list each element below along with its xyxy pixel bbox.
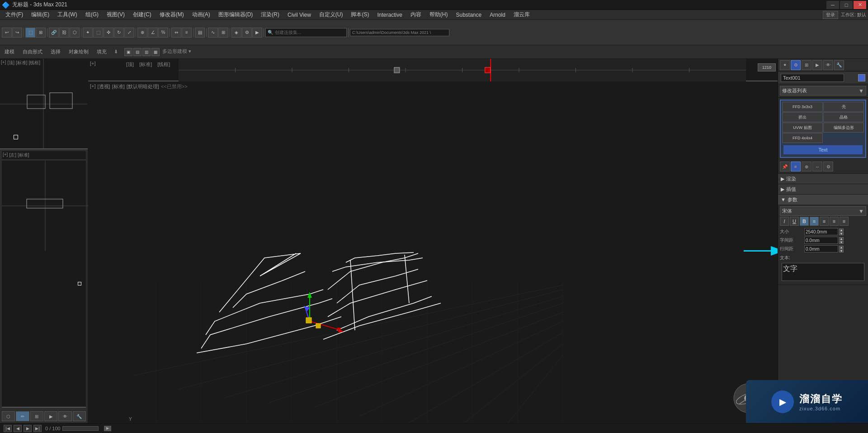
- subtab-freeform[interactable]: 自由形式: [20, 48, 45, 56]
- menu-graph-editor[interactable]: 图形编辑器(D): [215, 10, 257, 19]
- modifier-dropdown[interactable]: 修改器列表 ▼: [780, 86, 866, 95]
- menu-substance[interactable]: Substance: [453, 11, 486, 19]
- text-input-area[interactable]: 文字: [782, 263, 864, 281]
- search-bar[interactable]: 🔍 创建连接集...: [265, 28, 347, 37]
- rotate-button[interactable]: ↻: [114, 28, 124, 38]
- poly-tool-1[interactable]: ▣: [124, 48, 132, 56]
- main-vp-std[interactable]: [标准]: [112, 83, 125, 90]
- menu-liuyun[interactable]: 溜云库: [510, 10, 533, 19]
- unlink-button[interactable]: ⛓: [59, 28, 69, 38]
- subtab-paintobj[interactable]: 对象绘制: [66, 48, 91, 56]
- poly-tool-3[interactable]: ▥: [142, 48, 151, 56]
- tl-tab-top[interactable]: [顶]: [124, 61, 136, 68]
- size-input[interactable]: [804, 228, 838, 235]
- progress-expand-btn[interactable]: ▶: [104, 426, 111, 431]
- subtab-fill[interactable]: 填充: [94, 48, 109, 56]
- mirror-button[interactable]: ⇔: [171, 28, 181, 38]
- bold-btn[interactable]: B: [800, 217, 809, 226]
- display-tab[interactable]: 👁: [58, 411, 71, 421]
- menu-script[interactable]: 脚本(S): [347, 10, 373, 19]
- params-section-header[interactable]: ▼ 参数: [778, 195, 868, 205]
- mod-instance-icon[interactable]: ⊕: [802, 162, 811, 171]
- line-down-arrow[interactable]: ▼: [839, 249, 844, 252]
- modify-tab[interactable]: ✏: [16, 411, 29, 421]
- top-vp-view[interactable]: [顶]: [7, 60, 14, 66]
- char-down-arrow[interactable]: ▼: [839, 241, 844, 244]
- layer-manager[interactable]: ▤: [195, 28, 205, 38]
- transform-gizmo[interactable]: [304, 292, 344, 333]
- close-button[interactable]: ✕: [854, 1, 866, 9]
- mod-motion-icon[interactable]: ▶: [812, 60, 822, 70]
- align-center-btn[interactable]: ≡: [820, 217, 829, 226]
- select-object-button[interactable]: ✦: [83, 28, 93, 38]
- mod-configure-icon[interactable]: ⚙: [823, 162, 833, 171]
- snap-angle[interactable]: ∠: [148, 28, 158, 38]
- menu-interactive[interactable]: Interactive: [373, 11, 406, 19]
- align-right-btn[interactable]: ≡: [830, 217, 839, 226]
- mod-range-icon[interactable]: ↔: [812, 162, 822, 171]
- play-next-btn[interactable]: ▶|: [33, 425, 42, 432]
- material-editor[interactable]: ◈: [231, 28, 241, 38]
- mod-list-icon[interactable]: ≡: [791, 162, 801, 171]
- top-vp-wire[interactable]: [线框]: [29, 60, 41, 66]
- mod-util-icon[interactable]: 🔧: [834, 60, 844, 70]
- render-button[interactable]: ▶: [252, 28, 262, 38]
- mod-ffd3x3[interactable]: FFD 3x3x3: [782, 102, 823, 112]
- play-start-btn[interactable]: |◀: [4, 425, 12, 432]
- move-button[interactable]: ✜: [104, 28, 113, 38]
- motion-tab[interactable]: ▶: [44, 411, 57, 421]
- menu-tools[interactable]: 工具(W): [54, 10, 80, 19]
- main-vp-persp[interactable]: [透视]: [98, 83, 110, 90]
- menu-group[interactable]: 组(G): [82, 10, 102, 19]
- size-up-arrow[interactable]: ▲: [839, 228, 844, 232]
- menu-content[interactable]: 内容: [407, 10, 425, 19]
- subtab-settings[interactable]: ⬇: [114, 49, 118, 55]
- snap-percent[interactable]: %: [158, 28, 168, 38]
- mod-shell[interactable]: 壳: [823, 102, 864, 112]
- bind-button[interactable]: ⬡: [70, 28, 80, 38]
- italic-btn[interactable]: I: [780, 217, 789, 226]
- create-tab[interactable]: ⬡: [2, 411, 15, 421]
- mod-display-icon[interactable]: 👁: [823, 60, 833, 70]
- menu-arnold[interactable]: Arnold: [486, 11, 509, 19]
- menu-file[interactable]: 文件(F): [2, 10, 27, 19]
- select-button[interactable]: ⬚: [25, 28, 35, 38]
- menu-modifier[interactable]: 修改器(M): [156, 10, 188, 19]
- main-3d-viewport[interactable]: [+] [透视] [标准] [默认明暗处理] <<已禁用>>: [88, 81, 778, 423]
- size-down-arrow[interactable]: ▼: [839, 232, 844, 235]
- timeline-bar[interactable]: [179, 59, 746, 81]
- maximize-button[interactable]: □: [840, 1, 853, 9]
- char-spacing-input[interactable]: [804, 237, 838, 244]
- menu-render[interactable]: 渲染(R): [257, 10, 283, 19]
- select-region-button[interactable]: ⬚: [93, 28, 103, 38]
- poly-tool-4[interactable]: ▦: [151, 48, 160, 56]
- mod-text-item[interactable]: Text: [783, 145, 863, 154]
- mod-modify-icon[interactable]: ⚙: [791, 60, 801, 70]
- font-dropdown[interactable]: 宋体 ▼: [780, 206, 866, 216]
- align-left-btn[interactable]: ≡: [810, 217, 819, 226]
- render-setup[interactable]: ⚙: [242, 28, 252, 38]
- mod-editmesh[interactable]: 编辑多边形: [823, 123, 864, 133]
- utilities-tab[interactable]: 🔧: [73, 411, 86, 421]
- left-vp-plus[interactable]: [+]: [3, 152, 8, 158]
- menu-animation[interactable]: 动画(A): [189, 10, 214, 19]
- line-spacing-input[interactable]: [804, 245, 838, 252]
- align-justify-btn[interactable]: ≡: [840, 217, 849, 226]
- all-button[interactable]: ⊞: [36, 28, 46, 38]
- line-up-arrow[interactable]: ▲: [839, 246, 844, 249]
- mod-uvw[interactable]: UVW 贴图: [782, 123, 823, 133]
- link-button[interactable]: 🔗: [49, 28, 59, 38]
- left-vp-left[interactable]: [左]: [9, 152, 16, 158]
- menu-civil-view[interactable]: Civil View: [284, 11, 315, 19]
- scale-button[interactable]: ⤢: [124, 28, 134, 38]
- undo-button[interactable]: ↩: [2, 28, 12, 38]
- tl-tab-wire[interactable]: [线框]: [156, 61, 172, 68]
- object-name-field[interactable]: [781, 74, 844, 82]
- main-vp-disabled[interactable]: <<已禁用>>: [161, 83, 188, 90]
- underline-btn[interactable]: U: [790, 217, 799, 226]
- main-vp-shading[interactable]: [默认明暗处理]: [127, 83, 159, 90]
- top-vp-std[interactable]: [标准]: [16, 60, 28, 66]
- minimize-button[interactable]: ─: [826, 1, 839, 9]
- schematic-view[interactable]: ⊞: [218, 28, 228, 38]
- main-vp-plus[interactable]: [+]: [90, 83, 96, 90]
